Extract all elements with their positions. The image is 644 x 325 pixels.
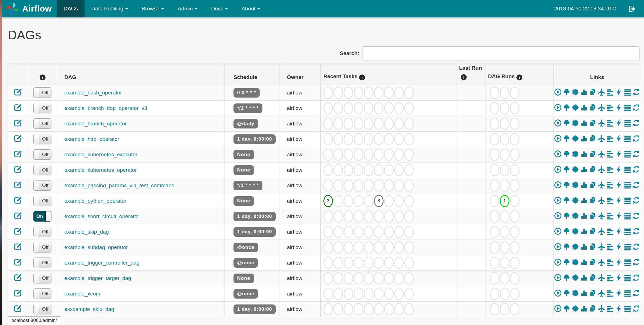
refresh-icon[interactable] [632,150,640,158]
gantt-view-icon[interactable] [606,88,614,96]
trigger-dag-icon[interactable] [554,243,562,250]
dag-run-state-circle[interactable] [500,272,509,285]
task-tries-icon[interactable] [589,181,597,189]
refresh-icon[interactable] [632,88,640,96]
trigger-dag-icon[interactable] [554,88,562,96]
gantt-view-icon[interactable] [606,305,614,312]
dag-link[interactable]: example_trigger_controller_dag [64,260,139,266]
task-state-circle[interactable] [384,241,394,254]
dag-run-state-circle[interactable] [500,118,509,130]
dag-pause-toggle[interactable]: Off [33,134,51,144]
tree-view-icon[interactable] [563,181,570,189]
trigger-dag-icon[interactable] [554,289,562,297]
landing-times-icon[interactable] [598,305,605,312]
dag-run-state-circle[interactable] [490,118,499,130]
edit-dag-icon[interactable] [14,273,22,282]
task-state-circle[interactable] [394,257,404,269]
task-instances-icon[interactable] [624,197,631,204]
gantt-view-icon[interactable] [606,212,614,220]
dag-run-state-circle[interactable] [510,164,520,176]
task-state-circle[interactable] [354,102,363,114]
tree-view-icon[interactable] [563,197,570,204]
dag-run-state-circle[interactable] [500,179,509,192]
landing-times-icon[interactable] [598,150,605,158]
task-state-circle[interactable] [364,195,373,207]
landing-times-icon[interactable] [598,289,605,297]
dag-run-state-circle[interactable] [500,164,509,176]
landing-times-icon[interactable] [598,104,605,111]
tree-view-icon[interactable] [563,243,570,250]
task-tries-icon[interactable] [589,88,597,96]
airflow-brand[interactable]: Airflow [2,0,57,17]
task-state-circle[interactable] [404,195,414,207]
task-instances-icon[interactable] [624,305,631,312]
code-view-icon[interactable] [615,135,623,142]
task-state-circle[interactable] [374,118,384,130]
graph-view-icon[interactable] [572,212,579,220]
trigger-dag-icon[interactable] [554,166,562,173]
edit-dag-icon[interactable] [14,227,22,235]
dag-link[interactable]: example_trigger_target_dag [64,275,131,281]
dag-run-state-circle[interactable] [510,148,520,161]
gantt-view-icon[interactable] [606,181,614,189]
gantt-view-icon[interactable] [606,119,614,127]
task-state-circle[interactable] [354,87,363,99]
code-view-icon[interactable] [615,212,623,220]
code-view-icon[interactable] [615,166,623,173]
dag-link[interactable]: example_passing_params_via_test_command [64,182,174,188]
task-state-circle[interactable] [364,164,373,176]
dag-pause-toggle[interactable]: Off [33,103,51,113]
task-state-circle[interactable] [394,288,404,300]
task-state-circle[interactable] [364,179,373,192]
task-duration-icon[interactable] [580,289,588,297]
task-state-circle[interactable] [404,303,414,315]
task-instances-icon[interactable] [624,119,631,127]
dag-run-state-circle[interactable] [510,195,520,207]
dag-run-state-circle[interactable] [490,87,499,99]
task-instances-icon[interactable] [624,227,631,235]
refresh-icon[interactable] [632,305,640,312]
nav-item-browse[interactable]: Browse [135,0,171,17]
dag-run-state-circle[interactable] [510,303,520,315]
refresh-icon[interactable] [632,119,640,127]
task-state-circle[interactable] [323,241,333,254]
task-duration-icon[interactable] [580,258,588,266]
task-tries-icon[interactable] [589,274,597,281]
task-instances-icon[interactable] [624,88,631,96]
dag-link[interactable]: example_python_operator [64,198,126,204]
task-duration-icon[interactable] [580,119,588,127]
task-state-circle[interactable] [374,179,384,192]
dag-link[interactable]: example_subdag_operator [64,244,128,250]
task-state-circle[interactable] [344,102,353,114]
task-tries-icon[interactable] [589,150,597,158]
code-view-icon[interactable] [615,197,623,204]
task-state-circle[interactable] [404,226,414,238]
landing-times-icon[interactable] [598,166,605,173]
dag-pause-toggle[interactable]: Off [33,304,51,314]
task-state-circle[interactable] [374,148,384,161]
dag-run-state-circle[interactable] [500,226,509,238]
graph-view-icon[interactable] [572,150,579,158]
task-state-circle[interactable] [334,87,343,99]
dag-run-state-circle[interactable] [490,179,499,192]
task-state-circle[interactable] [323,210,333,223]
edit-dag-icon[interactable] [14,134,22,143]
trigger-dag-icon[interactable] [554,150,562,158]
dag-run-state-circle[interactable] [510,257,520,269]
task-tries-icon[interactable] [589,258,597,266]
task-state-circle[interactable] [404,148,414,161]
dag-link[interactable]: example_kubernetes_operator [64,167,137,173]
task-state-circle[interactable] [354,226,363,238]
task-state-circle[interactable] [394,210,404,223]
task-state-circle[interactable] [334,148,343,161]
task-duration-icon[interactable] [580,197,588,204]
dag-run-state-circle[interactable] [510,118,520,130]
task-state-circle[interactable] [364,257,373,269]
task-state-circle[interactable] [354,272,363,285]
task-state-circle[interactable] [334,164,343,176]
dag-pause-toggle[interactable]: Off [33,196,51,206]
dag-run-state-circle[interactable] [490,288,499,300]
dag-link[interactable]: example_xcom [64,291,100,297]
refresh-icon[interactable] [632,104,640,111]
landing-times-icon[interactable] [598,88,605,96]
